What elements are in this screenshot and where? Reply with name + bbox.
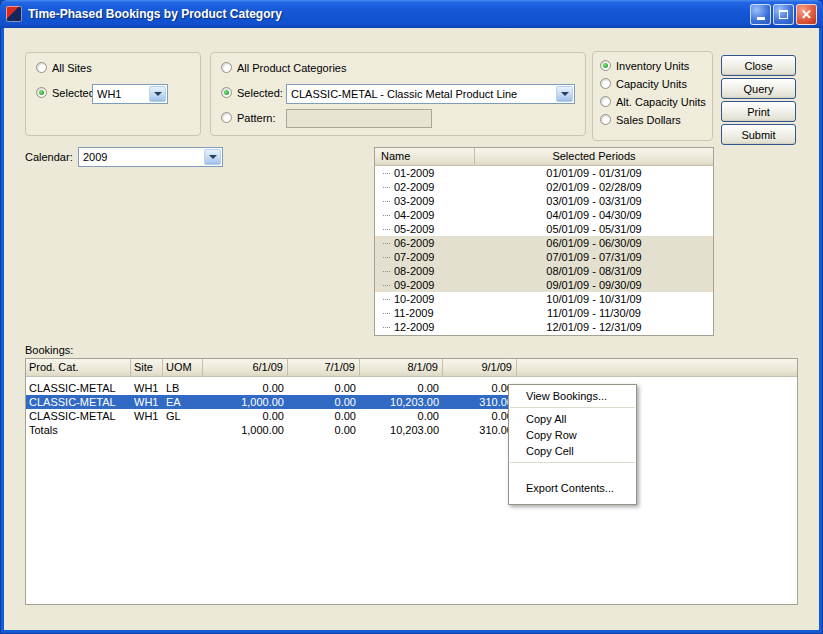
period-row[interactable]: 10-200910/01/09 - 10/31/09 [375,292,713,306]
radio-all-sites[interactable]: All Sites [36,61,92,74]
tree-branch-icon [383,313,390,314]
bookings-totals-row[interactable]: Totals1,000.000.0010,203.00310.00 [26,423,517,437]
radio-icon [221,62,232,73]
column-header-m4: 9/1/09 [443,359,517,376]
tree-branch-icon [383,285,390,286]
calendar-dropdown[interactable]: 2009 [78,147,223,167]
radio-label: All Product Categories [237,62,346,74]
site-dropdown[interactable]: WH1 [92,84,168,104]
tree-branch-icon [383,173,390,174]
radio-sales-dollars[interactable]: Sales Dollars [600,113,681,126]
period-row[interactable]: 03-200903/01/09 - 03/31/09 [375,194,713,208]
minimize-button[interactable] [750,4,771,25]
tree-branch-icon [383,327,390,328]
close-icon: ✕ [801,8,812,21]
radio-selected-site[interactable]: Selected: [36,86,98,99]
minimize-icon [757,17,765,20]
close-window-button[interactable]: ✕ [796,4,817,25]
menu-spacer [509,466,636,480]
bookings-table-header: Prod. Cat. Site UOM 6/1/09 7/1/09 8/1/09… [26,359,797,377]
radio-icon [600,96,611,107]
maximize-button[interactable] [773,4,794,25]
period-row[interactable]: 05-200905/01/09 - 05/31/09 [375,222,713,236]
site-dropdown-value: WH1 [97,88,147,100]
tree-branch-icon [383,201,390,202]
column-header-m1: 6/1/09 [203,359,288,376]
radio-icon [600,114,611,125]
category-dropdown-value: CLASSIC-METAL - Classic Metal Product Li… [291,88,554,100]
periods-table-header: Name Selected Periods [375,148,713,166]
radio-icon [36,62,47,73]
calendar-dropdown-value: 2009 [83,151,202,163]
period-row[interactable]: 01-200901/01/09 - 01/31/09 [375,166,713,180]
column-header-filler [517,359,797,376]
column-header-prod-cat: Prod. Cat. [26,359,131,376]
bookings-row[interactable]: CLASSIC-METALWH1LB0.000.000.000.00 [26,381,517,395]
radio-selected-category[interactable]: Selected: [221,86,283,99]
window-title: Time-Phased Bookings by Product Category [28,7,750,21]
bookings-label: Bookings: [25,344,73,356]
period-row-selected[interactable]: 06-200906/01/09 - 06/30/09 [375,236,713,250]
radio-icon [600,78,611,89]
bookings-row-selected[interactable]: CLASSIC-METALWH1EA1,000.000.0010,203.003… [26,395,517,409]
tree-branch-icon [383,271,390,272]
radio-label: Pattern: [237,112,276,124]
radio-alt-capacity-units[interactable]: Alt. Capacity Units [600,95,706,108]
radio-label: All Sites [52,62,92,74]
radio-icon-selected [221,87,232,98]
radio-inventory-units[interactable]: Inventory Units [600,59,689,72]
radio-icon [221,112,232,123]
tree-branch-icon [383,257,390,258]
period-row-selected[interactable]: 09-200909/01/09 - 09/30/09 [375,278,713,292]
column-header-m2: 7/1/09 [288,359,360,376]
window: Time-Phased Bookings by Product Category… [0,0,823,634]
period-row-selected[interactable]: 08-200908/01/09 - 08/31/09 [375,264,713,278]
radio-pattern[interactable]: Pattern: [221,111,276,124]
titlebar[interactable]: Time-Phased Bookings by Product Category… [0,0,823,28]
period-row[interactable]: 02-200902/01/09 - 02/28/09 [375,180,713,194]
bookings-table: Prod. Cat. Site UOM 6/1/09 7/1/09 8/1/09… [25,358,798,605]
menu-item-view-bookings[interactable]: View Bookings... [509,388,636,404]
query-button[interactable]: Query [721,78,796,99]
tree-branch-icon [383,187,390,188]
menu-item-copy-cell[interactable]: Copy Cell [509,443,636,459]
menu-item-export-contents[interactable]: Export Contents... [509,480,636,496]
menu-item-copy-all[interactable]: Copy All [509,411,636,427]
periods-table: Name Selected Periods 01-200901/01/09 - … [374,147,714,336]
radio-all-categories[interactable]: All Product Categories [221,61,346,74]
column-header-m3: 8/1/09 [360,359,443,376]
radio-label: Capacity Units [616,78,687,90]
submit-button[interactable]: Submit [721,124,796,145]
period-row-selected[interactable]: 07-200907/01/09 - 07/31/09 [375,250,713,264]
print-button[interactable]: Print [721,101,796,122]
tree-branch-icon [383,299,390,300]
period-row[interactable]: 11-200911/01/09 - 11/30/09 [375,306,713,320]
chevron-down-icon [149,86,166,102]
menu-separator [510,462,635,463]
bookings-row[interactable]: CLASSIC-METALWH1GL0.000.000.000.00 [26,409,517,423]
radio-label: Sales Dollars [616,114,681,126]
calendar-label: Calendar: [25,151,73,163]
period-row[interactable]: 12-200912/01/09 - 12/31/09 [375,320,713,334]
window-controls: ✕ [750,4,817,25]
menu-item-copy-row[interactable]: Copy Row [509,427,636,443]
radio-icon-selected [600,60,611,71]
period-row[interactable]: 04-200904/01/09 - 04/30/09 [375,208,713,222]
radio-capacity-units[interactable]: Capacity Units [600,77,687,90]
column-header-uom: UOM [163,359,203,376]
radio-icon-selected [36,87,47,98]
app-icon[interactable] [6,6,22,22]
close-button[interactable]: Close [721,55,796,76]
bookings-table-body: CLASSIC-METALWH1LB0.000.000.000.00 CLASS… [26,377,797,437]
menu-separator [510,407,635,408]
tree-branch-icon [383,229,390,230]
radio-label: Selected: [237,87,283,99]
radio-label: Selected: [52,87,98,99]
column-header-site: Site [131,359,163,376]
tree-branch-icon [383,243,390,244]
maximize-icon [779,10,788,19]
chevron-down-icon [204,149,221,165]
chevron-down-icon [556,86,573,102]
category-dropdown[interactable]: CLASSIC-METAL - Classic Metal Product Li… [286,84,575,104]
radio-label: Alt. Capacity Units [616,96,706,108]
